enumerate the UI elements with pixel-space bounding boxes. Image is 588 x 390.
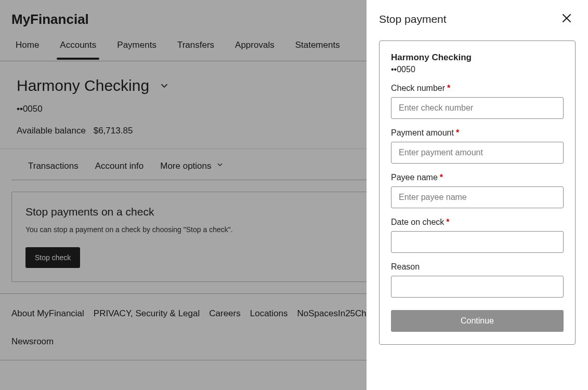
date-on-check-label-text: Date on check [391,218,444,226]
date-on-check-label: Date on check* [391,218,564,227]
required-marker: * [447,84,450,92]
reason-input[interactable] [391,276,564,298]
payee-name-label-text: Payee name [391,173,438,182]
payee-name-label: Payee name* [391,173,564,182]
payment-amount-input[interactable] [391,142,564,164]
panel-account-number: ••0050 [391,65,564,74]
payee-name-input[interactable] [391,186,564,208]
payment-amount-label-text: Payment amount [391,128,454,137]
check-number-input[interactable] [391,97,564,119]
panel-form: Harmony Checking ••0050 Check number* Pa… [379,41,576,345]
payment-amount-label: Payment amount* [391,128,564,138]
panel-title: Stop payment [379,13,447,25]
date-on-check-input[interactable] [391,231,564,253]
panel-account-name: Harmony Checking [391,52,564,63]
continue-button[interactable]: Continue [391,310,564,332]
stop-payment-panel: Stop payment Harmony Checking ••0050 Che… [367,0,588,390]
close-icon [560,18,573,26]
required-marker: * [440,173,443,182]
close-button[interactable] [558,9,576,29]
check-number-label-text: Check number [391,84,445,92]
reason-label: Reason [391,262,564,272]
check-number-label: Check number* [391,84,564,93]
required-marker: * [446,218,449,226]
required-marker: * [456,128,459,137]
reason-label-text: Reason [391,262,420,271]
